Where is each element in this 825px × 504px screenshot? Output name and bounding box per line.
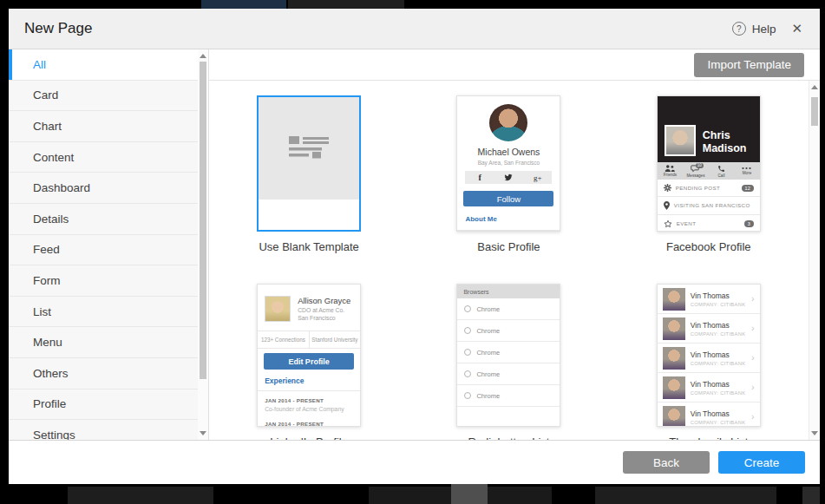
sidebar-scrollbar[interactable] xyxy=(198,49,209,440)
star-icon xyxy=(664,219,672,228)
template-gallery: Use Blank Template Michael Owens Bay Are… xyxy=(209,81,820,440)
sidebar-item-label: Form xyxy=(33,274,61,287)
backdrop-fragment xyxy=(68,487,213,504)
profile-name: Michael Owens xyxy=(478,147,540,157)
facebook-icon: f xyxy=(465,171,494,185)
radio-row: Chrome xyxy=(457,298,560,320)
pending-post-row: PENDING POST 12 xyxy=(658,180,760,197)
back-button[interactable]: Back xyxy=(623,451,710,474)
scroll-up-icon[interactable] xyxy=(811,85,818,89)
radio-icon xyxy=(464,349,471,356)
chevron-right-icon: › xyxy=(751,383,755,392)
chevron-right-icon: › xyxy=(751,353,755,363)
sidebar-item-card[interactable]: Card xyxy=(9,81,198,112)
call-icon xyxy=(717,165,725,173)
event-badge: 3 xyxy=(744,220,754,227)
blank-template-icon xyxy=(289,136,329,160)
dialog-header: New Page ? Help ✕ xyxy=(9,9,820,49)
template-card-radiobutton-list[interactable]: Browsers Chrome Chrome Chrome Chrome Chr… xyxy=(456,284,560,427)
scroll-up-icon[interactable] xyxy=(200,54,206,58)
sidebar-item-label: Feed xyxy=(33,243,60,256)
avatar xyxy=(663,347,685,370)
help-icon: ? xyxy=(732,22,746,36)
template-card-basic-profile[interactable]: Michael Owens Bay Area, San Francisco f … xyxy=(456,95,560,232)
social-bar: f g+ xyxy=(465,171,552,185)
close-icon[interactable]: ✕ xyxy=(789,19,804,38)
sidebar-scrollbar-thumb[interactable] xyxy=(200,62,206,379)
sidebar-item-profile[interactable]: Profile xyxy=(9,389,198,421)
radio-icon xyxy=(464,370,471,377)
category-sidebar: All Card Chart Content Dashboard Details… xyxy=(9,49,198,440)
avatar xyxy=(265,296,291,322)
backdrop-fragment xyxy=(595,487,776,504)
list-item: Vin ThomasCOMPANY: CITIBANK › xyxy=(658,344,760,373)
template-label: Use Blank Template xyxy=(259,240,358,254)
radio-icon xyxy=(464,327,471,334)
sidebar-item-chart[interactable]: Chart xyxy=(9,111,198,142)
connections-stat: 123+ Connections xyxy=(258,331,310,348)
radio-icon xyxy=(464,305,471,312)
sidebar-item-all[interactable]: All xyxy=(9,49,198,81)
sidebar-item-list[interactable]: List xyxy=(9,297,198,328)
profile-role: CDO at Acme Co. xyxy=(298,307,350,313)
sidebar-item-menu[interactable]: Menu xyxy=(9,327,198,358)
create-button[interactable]: Create xyxy=(718,451,805,474)
scroll-down-icon[interactable] xyxy=(811,431,818,435)
twitter-icon xyxy=(494,171,523,185)
sidebar-item-dashboard[interactable]: Dashboard xyxy=(9,173,198,204)
more-action: More xyxy=(734,162,760,180)
sidebar-item-settings[interactable]: Settings xyxy=(9,420,198,440)
new-page-dialog: New Page ? Help ✕ All Card Chart Content… xyxy=(9,9,820,484)
experience-title: Co-founder of Acme Company xyxy=(258,403,360,412)
avatar xyxy=(663,406,685,428)
sidebar-item-label: Settings xyxy=(33,429,75,440)
content-scrollbar-thumb[interactable] xyxy=(811,97,818,126)
template-card-thumbnails-list[interactable]: Vin ThomasCOMPANY: CITIBANK › Vin Thomas… xyxy=(657,284,761,427)
scroll-down-icon[interactable] xyxy=(200,431,206,435)
template-label: Thumbnails List xyxy=(669,435,748,440)
experience-period: JAN 2014 - PRESENT xyxy=(258,412,360,427)
profile-name: Chris Madison xyxy=(703,129,747,156)
list-item: Vin ThomasCOMPANY: CITIBANK › xyxy=(658,285,760,314)
gear-icon xyxy=(664,184,671,192)
sidebar-item-feed[interactable]: Feed xyxy=(9,235,198,266)
avatar xyxy=(663,288,685,311)
visiting-row: VISITING SAN FRANCISCO xyxy=(658,197,760,214)
import-template-button[interactable]: Import Template xyxy=(694,53,804,77)
template-card-blank[interactable] xyxy=(257,95,361,232)
sidebar-item-label: List xyxy=(33,305,51,318)
list-item: Vin ThomasCOMPANY: CITIBANK › xyxy=(658,314,760,344)
messages-action: 10 Messages xyxy=(683,162,709,180)
backdrop-fragment xyxy=(201,0,286,9)
call-action: Call xyxy=(709,162,735,180)
sidebar-item-details[interactable]: Details xyxy=(9,204,198,235)
experience-heading: Experience xyxy=(258,370,360,391)
template-card-facebook-profile[interactable]: Chris Madison Friends xyxy=(657,95,761,232)
sidebar-item-others[interactable]: Others xyxy=(9,358,198,389)
edit-profile-button: Edit Profile xyxy=(264,353,354,370)
template-label: LinkedIn Profile xyxy=(270,435,348,440)
chevron-right-icon: › xyxy=(751,294,755,304)
experience-period: JAN 2014 - PRESENT xyxy=(258,391,360,403)
help-button[interactable]: ? Help xyxy=(732,22,776,36)
template-label: Basic Profile xyxy=(477,240,540,254)
radio-icon xyxy=(464,392,471,399)
help-label: Help xyxy=(752,23,776,36)
avatar xyxy=(663,317,685,340)
google-plus-icon: g+ xyxy=(523,171,552,185)
template-card-linkedin-profile[interactable]: Allison Grayce CDO at Acme Co. San Franc… xyxy=(257,284,361,427)
content-scrollbar[interactable] xyxy=(809,81,820,440)
more-icon xyxy=(742,167,751,170)
sidebar-item-label: Card xyxy=(33,88,58,101)
backdrop-fragment xyxy=(451,484,488,504)
profile-location: Bay Area, San Francisco xyxy=(478,160,540,166)
radio-row: Chrome xyxy=(457,320,560,342)
pin-icon xyxy=(664,201,670,210)
sidebar-item-content[interactable]: Content xyxy=(9,142,198,173)
avatar xyxy=(489,104,527,141)
list-header: Browsers xyxy=(457,285,560,298)
avatar xyxy=(665,125,696,156)
sidebar-item-label: Dashboard xyxy=(33,181,90,194)
sidebar-item-form[interactable]: Form xyxy=(9,265,198,297)
facebook-action-bar: Friends 10 Messages Ca xyxy=(658,162,760,180)
